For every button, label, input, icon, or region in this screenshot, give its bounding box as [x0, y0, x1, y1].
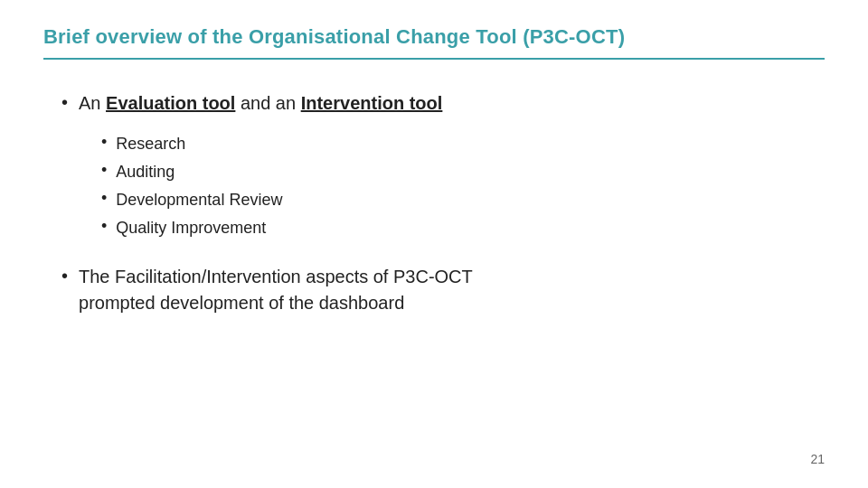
slide-title: Brief overview of the Organisational Cha… [43, 25, 825, 49]
sub-text-auditing: Auditing [116, 160, 175, 184]
bullet-2-line2: prompted development of the dashboard [79, 293, 404, 313]
bullet-1-prefix: An [79, 93, 106, 113]
main-bullet-2: • The Facilitation/Intervention aspects … [61, 264, 825, 316]
main-bullet-1: • An Evaluation tool and an Intervention… [61, 90, 825, 116]
sub-text-research: Research [116, 132, 185, 156]
bullet-dot-2: • [61, 266, 68, 286]
content-area: • An Evaluation tool and an Intervention… [43, 90, 825, 445]
sub-dot-2: • [101, 161, 107, 180]
sub-bullet-developmental: • Developmental Review [101, 188, 825, 212]
sub-bullet-research: • Research [101, 132, 825, 156]
sub-dot-3: • [101, 189, 107, 208]
bullet-1-text: An Evaluation tool and an Intervention t… [79, 90, 442, 116]
bullet-2-line1: The Facilitation/Intervention aspects of… [79, 267, 473, 286]
bullet-1-middle: and an [235, 93, 300, 113]
slide: Brief overview of the Organisational Cha… [0, 0, 868, 488]
sub-dot-4: • [101, 217, 107, 236]
title-divider [43, 58, 825, 60]
eval-tool-text: Evaluation tool [106, 93, 235, 113]
sub-bullet-quality: • Quality Improvement [101, 216, 825, 240]
sub-bullet-auditing: • Auditing [101, 160, 825, 184]
bullet-2-text: The Facilitation/Intervention aspects of… [79, 264, 473, 316]
sub-bullets-list: • Research • Auditing • Developmental Re… [101, 132, 825, 244]
page-number: 21 [43, 445, 825, 466]
sub-text-quality: Quality Improvement [116, 216, 266, 240]
bullet-dot-1: • [61, 92, 68, 113]
intervention-tool-text: Intervention tool [301, 93, 443, 113]
sub-text-developmental: Developmental Review [116, 188, 282, 212]
title-area: Brief overview of the Organisational Cha… [43, 25, 825, 81]
sub-dot-1: • [101, 133, 107, 152]
